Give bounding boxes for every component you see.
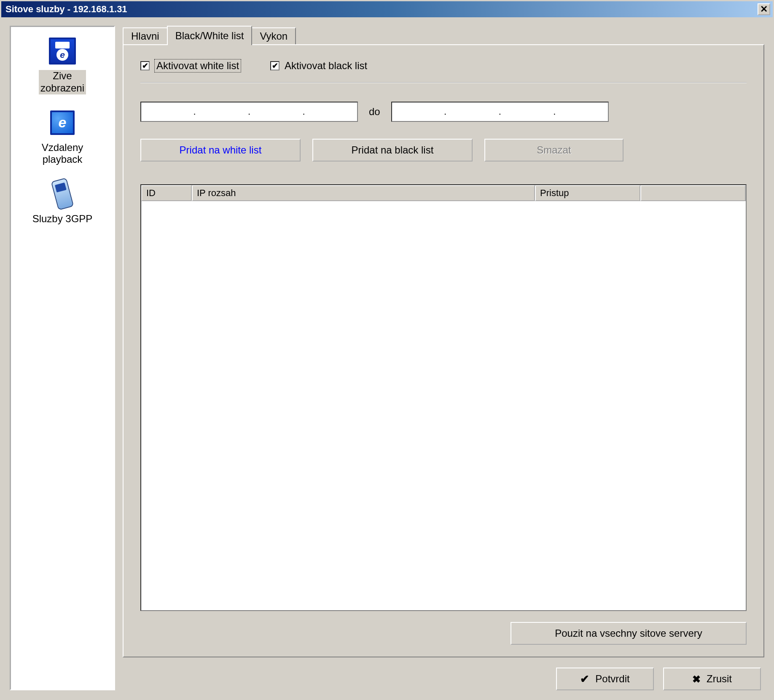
checkbox-icon: ✔ <box>270 61 280 70</box>
tab-main[interactable]: Hlavni <box>123 27 168 44</box>
phone-icon <box>47 178 78 210</box>
ip-to-input[interactable]: . . . <box>391 102 609 122</box>
close-button[interactable]: ✕ <box>758 3 770 15</box>
check-icon <box>580 673 589 686</box>
floppy-icon <box>47 35 78 67</box>
sidebar-item-live-display[interactable]: Zive zobrazeni <box>39 35 86 94</box>
checkbox-activate-black[interactable]: ✔ Aktivovat black list <box>270 60 367 72</box>
tabstrip: Hlavni Black/White list Vykon <box>123 26 764 44</box>
checkbox-label: Aktivovat black list <box>285 60 367 72</box>
column-access[interactable]: Pristup <box>535 185 640 201</box>
x-icon <box>692 673 701 686</box>
sidebar-item-remote-playback[interactable]: e Vzdaleny playback <box>42 107 83 166</box>
sidebar: Zive zobrazeni e Vzdaleny playback Sluzb… <box>10 26 115 690</box>
button-row: Pridat na white list Pridat na black lis… <box>140 139 747 162</box>
separator <box>140 82 747 83</box>
ip-to-label: do <box>369 106 380 118</box>
button-label: Pridat na black list <box>352 144 434 156</box>
column-blank[interactable] <box>640 185 746 201</box>
apply-row: Pouzit na vsechny sitove servery <box>140 622 747 645</box>
tab-performance[interactable]: Vykon <box>251 27 296 44</box>
tabs-area: Hlavni Black/White list Vykon ✔ Aktivova… <box>123 26 764 657</box>
sidebar-item-3gpp-services[interactable]: Sluzby 3GPP <box>32 178 93 225</box>
table-header: ID IP rozsah Pristup <box>141 185 746 201</box>
column-id[interactable]: ID <box>141 185 192 201</box>
footer-buttons: Potvrdit Zrusit <box>123 668 764 690</box>
checkbox-icon: ✔ <box>140 61 150 70</box>
cancel-button[interactable]: Zrusit <box>663 668 761 690</box>
ip-from-input[interactable]: . . . <box>140 102 358 122</box>
tab-panel: ✔ Aktivovat white list ✔ Aktivovat black… <box>123 44 764 657</box>
tab-label: Hlavni <box>131 30 159 42</box>
tab-label: Black/White list <box>175 30 244 42</box>
button-label: Smazat <box>537 144 571 156</box>
window-title: Sitove sluzby - 192.168.1.31 <box>4 4 127 15</box>
column-ip-range[interactable]: IP rozsah <box>192 185 535 201</box>
body: Zive zobrazeni e Vzdaleny playback Sluzb… <box>1 17 773 699</box>
table-body[interactable] <box>141 201 746 610</box>
tab-label: Vykon <box>260 30 288 42</box>
delete-button[interactable]: Smazat <box>484 139 624 162</box>
sidebar-item-label: Vzdaleny playback <box>42 142 83 166</box>
ok-button[interactable]: Potvrdit <box>556 668 654 690</box>
sidebar-item-label: Zive zobrazeni <box>39 70 86 94</box>
main-panel: Hlavni Black/White list Vykon ✔ Aktivova… <box>123 26 764 690</box>
add-black-button[interactable]: Pridat na black list <box>312 139 473 162</box>
ip-list-table: ID IP rozsah Pristup <box>140 184 747 611</box>
button-label: Pouzit na vsechny sitove servery <box>555 627 702 639</box>
browser-e-icon: e <box>47 107 78 138</box>
button-label: Pridat na white list <box>180 144 262 156</box>
checkbox-label: Aktivovat white list <box>155 59 241 72</box>
checkbox-activate-white[interactable]: ✔ Aktivovat white list <box>140 59 241 72</box>
titlebar: Sitove sluzby - 192.168.1.31 ✕ <box>1 1 773 17</box>
close-icon: ✕ <box>760 4 768 15</box>
button-label: Potvrdit <box>595 673 629 685</box>
sidebar-item-label: Sluzby 3GPP <box>32 213 93 225</box>
add-white-button[interactable]: Pridat na white list <box>140 139 301 162</box>
tab-black-white-list[interactable]: Black/White list <box>167 26 253 45</box>
ip-range-row: . . . do . . . <box>140 102 747 122</box>
checkbox-row: ✔ Aktivovat white list ✔ Aktivovat black… <box>140 59 747 72</box>
apply-all-servers-button[interactable]: Pouzit na vsechny sitove servery <box>511 622 747 645</box>
window: Sitove sluzby - 192.168.1.31 ✕ Zive zobr… <box>0 0 774 700</box>
button-label: Zrusit <box>707 673 732 685</box>
